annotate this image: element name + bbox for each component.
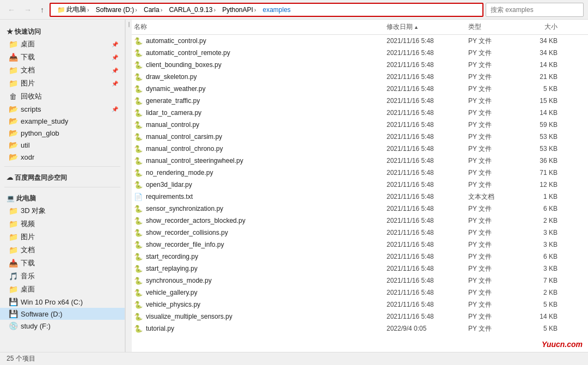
file-row[interactable]: 🐍 manual_control_steeringwheel.py 2021/1… xyxy=(125,155,588,167)
file-row[interactable]: 🐍 tutorial.py 2022/9/4 0:05 PY 文件 5 KB xyxy=(125,323,588,334)
pin-icon: 📌 xyxy=(112,54,118,60)
file-row[interactable]: 🐍 open3d_lidar.py 2021/11/16 5:48 PY 文件 … xyxy=(125,179,588,191)
file-list: 🐍 automatic_control.py 2021/11/16 5:48 P… xyxy=(125,35,588,352)
address-segment-carla[interactable]: Carla › xyxy=(142,5,164,15)
file-row[interactable]: 🐍 client_bounding_boxes.py 2021/11/16 5:… xyxy=(125,59,588,71)
file-size-cell: 1 KB xyxy=(523,193,566,200)
file-name: automatic_control.py xyxy=(146,37,206,45)
file-date-cell: 2021/11/16 5:48 xyxy=(387,37,468,45)
file-row[interactable]: 🐍 no_rendering_mode.py 2021/11/16 5:48 P… xyxy=(125,167,588,179)
address-segment-pythonapi[interactable]: PythonAPI › xyxy=(220,5,258,15)
col-date-header[interactable]: 修改日期 ▲ xyxy=(387,22,468,32)
sidebar-item-example-study[interactable]: 📂 example_study xyxy=(0,115,125,127)
cloud-title: ☁ 百度网盘同步空间 xyxy=(0,170,125,184)
file-type-cell: PY 文件 xyxy=(468,300,523,309)
file-row[interactable]: 🐍 show_recorder_file_info.py 2021/11/16 … xyxy=(125,239,588,251)
file-type-cell: PY 文件 xyxy=(468,264,523,273)
sidebar-item-documents[interactable]: 📁 文档 📌 xyxy=(0,64,125,77)
search-input[interactable] xyxy=(486,3,584,17)
col-size-header[interactable]: 大小 xyxy=(523,22,566,32)
folder-icon: 📂 xyxy=(9,153,17,161)
col-name-header[interactable]: 名称 xyxy=(125,22,387,32)
column-header: 名称 修改日期 ▲ 类型 大小 xyxy=(125,20,588,35)
file-name: sensor_synchronization.py xyxy=(146,205,223,212)
file-size-cell: 14 KB xyxy=(523,61,566,69)
file-row[interactable]: 🐍 visualize_multiple_sensors.py 2021/11/… xyxy=(125,311,588,323)
drive-icon: 💿 xyxy=(9,321,17,330)
address-segment-d[interactable]: Software (D:) › xyxy=(94,5,139,15)
sidebar-item-python-glob[interactable]: 📂 python_glob xyxy=(0,127,125,139)
file-name-cell: 🐍 show_recorder_collisions.py xyxy=(125,229,387,237)
pin-icon: 📌 xyxy=(112,106,118,112)
file-name-cell: 🐍 dynamic_weather.py xyxy=(125,85,387,93)
file-row[interactable]: 🐍 generate_traffic.py 2021/11/16 5:48 PY… xyxy=(125,95,588,107)
file-name: manual_control_chrono.py xyxy=(146,145,223,153)
address-bar[interactable]: 📁 此电脑 › Software (D:) › Carla › CARLA_0.… xyxy=(50,3,483,17)
sidebar-item-3d[interactable]: 📁 3D 对象 xyxy=(0,204,125,217)
sidebar-item-desktop[interactable]: 📁 桌面 📌 xyxy=(0,38,125,51)
sidebar-item-drive-d[interactable]: 💾 Software (D:) xyxy=(0,308,125,320)
file-name-cell: 🐍 open3d_lidar.py xyxy=(125,181,387,189)
file-name: manual_control_steeringwheel.py xyxy=(146,157,243,165)
col-type-header[interactable]: 类型 xyxy=(468,22,523,32)
sidebar-item-drive-c[interactable]: 💾 Win 10 Pro x64 (C:) xyxy=(0,296,125,308)
sidebar-item-music[interactable]: 🎵 音乐 xyxy=(0,270,125,283)
address-segment-pc[interactable]: 📁 此电脑 › xyxy=(55,4,91,15)
sidebar-item-drive-f[interactable]: 💿 study (F:) xyxy=(0,320,125,332)
file-row[interactable]: 🐍 vehicle_physics.py 2021/11/16 5:48 PY … xyxy=(125,299,588,311)
sidebar-item-pictures[interactable]: 📁 图片 📌 xyxy=(0,77,125,90)
file-type-cell: PY 文件 xyxy=(468,60,523,70)
file-row[interactable]: 🐍 start_recording.py 2021/11/16 5:48 PY … xyxy=(125,251,588,263)
file-row[interactable]: 🐍 lidar_to_camera.py 2021/11/16 5:48 PY … xyxy=(125,107,588,119)
file-row[interactable]: 🐍 draw_skeleton.py 2021/11/16 5:48 PY 文件… xyxy=(125,71,588,83)
forward-button[interactable]: → xyxy=(21,3,35,16)
file-type-cell: 文本文档 xyxy=(468,192,523,202)
file-date-cell: 2021/11/16 5:48 xyxy=(387,301,468,308)
file-type-cell: PY 文件 xyxy=(468,144,523,154)
nav-bar: ← → ↑ 📁 此电脑 › Software (D:) › Carla › CA… xyxy=(0,0,588,20)
file-row[interactable]: 🐍 automatic_control.py 2021/11/16 5:48 P… xyxy=(125,35,588,47)
sidebar-item-recycle[interactable]: 🗑 回收站 xyxy=(0,90,125,103)
file-row[interactable]: 🐍 vehicle_gallery.py 2021/11/16 5:48 PY … xyxy=(125,287,588,299)
sidebar-item-scripts[interactable]: 📂 scripts 📌 xyxy=(0,103,125,115)
file-row[interactable]: 🐍 start_replaying.py 2021/11/16 5:48 PY … xyxy=(125,263,588,275)
file-row[interactable]: 🐍 dynamic_weather.py 2021/11/16 5:48 PY … xyxy=(125,83,588,95)
file-date-cell: 2021/11/16 5:48 xyxy=(387,217,468,224)
sidebar-item-util[interactable]: 📂 util xyxy=(0,139,125,151)
file-row[interactable]: 📄 requirements.txt 2021/11/16 5:48 文本文档 … xyxy=(125,191,588,203)
divider xyxy=(4,166,120,167)
file-date-cell: 2021/11/16 5:48 xyxy=(387,73,468,81)
file-row[interactable]: 🐍 manual_control.py 2021/11/16 5:48 PY 文… xyxy=(125,119,588,131)
sidebar-item-video[interactable]: 📁 视频 xyxy=(0,217,125,230)
sidebar-item-documents2[interactable]: 📁 文档 xyxy=(0,244,125,257)
file-icon: 🐍 xyxy=(134,133,143,141)
file-size-cell: 3 KB xyxy=(523,265,566,272)
file-row[interactable]: 🐍 show_recorder_actors_blocked.py 2021/1… xyxy=(125,215,588,227)
file-name: draw_skeleton.py xyxy=(146,73,197,81)
file-type-cell: PY 文件 xyxy=(468,120,523,130)
file-date-cell: 2021/11/16 5:48 xyxy=(387,277,468,284)
address-segment-examples[interactable]: examples xyxy=(261,5,293,15)
file-name-cell: 🐍 manual_control_steeringwheel.py xyxy=(125,157,387,165)
file-row[interactable]: 🐍 synchronous_mode.py 2021/11/16 5:48 PY… xyxy=(125,275,588,287)
sidebar-item-downloads[interactable]: 📥 下载 📌 xyxy=(0,51,125,64)
file-name: automatic_control_remote.py xyxy=(146,49,230,57)
folder-icon: 📁 xyxy=(9,66,17,75)
file-row[interactable]: 🐍 show_recorder_collisions.py 2021/11/16… xyxy=(125,227,588,239)
sidebar-item-pictures2[interactable]: 📁 图片 xyxy=(0,230,125,244)
file-type-cell: PY 文件 xyxy=(468,252,523,261)
main-container: ★ 快速访问 📁 桌面 📌 📥 下载 📌 📁 文档 📌 📁 图片 📌 🗑 回收站 xyxy=(0,20,588,352)
sidebar-item-xodr[interactable]: 📂 xodr xyxy=(0,151,125,163)
file-row[interactable]: 🐍 manual_control_chrono.py 2021/11/16 5:… xyxy=(125,143,588,155)
file-icon: 🐍 xyxy=(134,277,143,285)
back-button[interactable]: ← xyxy=(4,3,19,16)
sidebar-item-downloads2[interactable]: 📥 下载 xyxy=(0,257,125,270)
file-name: requirements.txt xyxy=(146,193,193,200)
sidebar-item-desktop2[interactable]: 📁 桌面 xyxy=(0,283,125,296)
up-button[interactable]: ↑ xyxy=(37,3,47,16)
address-segment-carla-version[interactable]: CARLA_0.9.13 › xyxy=(167,5,218,15)
file-icon: 🐍 xyxy=(134,181,143,189)
file-row[interactable]: 🐍 sensor_synchronization.py 2021/11/16 5… xyxy=(125,203,588,215)
file-row[interactable]: 🐍 manual_control_carsim.py 2021/11/16 5:… xyxy=(125,131,588,143)
file-row[interactable]: 🐍 automatic_control_remote.py 2021/11/16… xyxy=(125,47,588,59)
